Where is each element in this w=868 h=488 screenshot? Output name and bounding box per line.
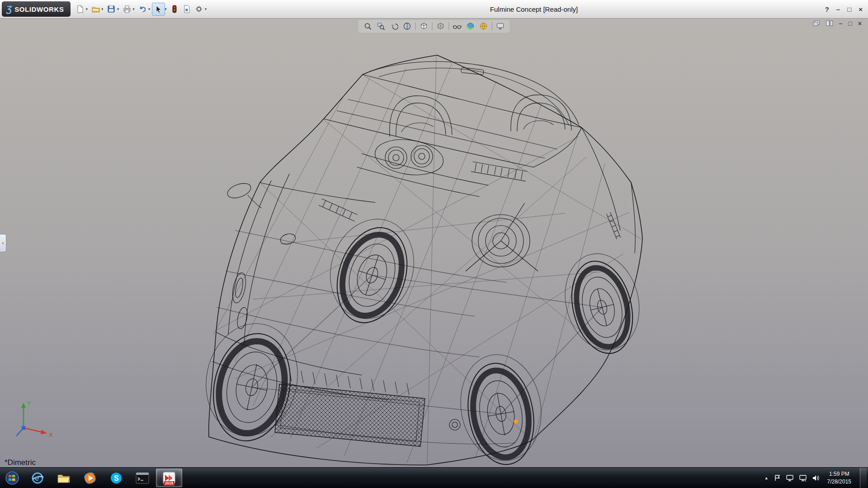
options-caret[interactable]: ▾: [205, 7, 207, 11]
svg-text:S: S: [114, 474, 119, 482]
wheel-rear-right: [563, 255, 642, 360]
undo-caret[interactable]: ▾: [148, 7, 151, 11]
options-gear-icon: [194, 5, 203, 14]
new-document-caret[interactable]: ▾: [86, 7, 88, 11]
reference-triad: Y X: [11, 396, 56, 441]
tile-windows-icon[interactable]: [826, 20, 833, 27]
open-caret[interactable]: ▾: [101, 7, 104, 11]
action-center-flag-icon[interactable]: [774, 474, 781, 482]
save-caret[interactable]: ▾: [117, 7, 119, 11]
solidworks-year-badge: 2015: [164, 481, 175, 486]
taskbar-command-prompt[interactable]: [130, 469, 155, 487]
triad-y-label: Y: [27, 400, 31, 407]
show-hidden-icons-button[interactable]: ▲: [764, 476, 769, 480]
view-orientation-cube-icon: [420, 22, 428, 30]
app-maximize-button[interactable]: □: [847, 5, 851, 13]
dassault-3ds-icon: Ʒ: [6, 4, 12, 14]
apply-scene-button[interactable]: [479, 21, 489, 31]
window-title: Fulmine Concept [Read-only]: [490, 0, 578, 18]
eyeglasses-icon: [453, 22, 462, 30]
rebuild-button[interactable]: [169, 3, 181, 15]
options-button[interactable]: [193, 3, 205, 15]
edit-appearance-ball-icon: [467, 22, 475, 30]
save-button[interactable]: [105, 3, 118, 15]
doc-close-button[interactable]: ×: [858, 20, 862, 27]
zoom-to-fit-button[interactable]: [363, 21, 373, 31]
feature-manager-collapsed-tab[interactable]: ‹: [0, 234, 6, 252]
undo-button[interactable]: [137, 3, 149, 15]
svg-text:e: e: [35, 474, 39, 483]
printer-icon: [123, 5, 132, 14]
menu-bar: Ʒ SOLIDWORKS ▾ ▾ ▾ ▾ ▾ ▾ ▾ Fulmine Conce…: [0, 0, 868, 19]
graphics-viewport[interactable]: – □ × ‹ Y X *Dimetric: [0, 18, 868, 468]
doc-restore-button[interactable]: □: [848, 20, 852, 27]
app-minimize-button[interactable]: –: [836, 5, 840, 13]
taskbar-internet-explorer[interactable]: e: [25, 469, 50, 487]
system-tray: ▲ 1:59 PM 7/28/2015: [764, 468, 868, 488]
view-orientation-button[interactable]: [419, 21, 429, 31]
toolbar-separator: [415, 22, 416, 30]
print-button[interactable]: [121, 3, 133, 15]
help-button[interactable]: ?: [825, 5, 829, 13]
app-close-button[interactable]: ×: [859, 5, 863, 13]
start-button[interactable]: [0, 468, 24, 488]
toolbar-separator: [432, 22, 433, 30]
view-orientation-label: *Dimetric: [5, 458, 36, 467]
select-cursor-icon: [155, 5, 163, 13]
apply-scene-globe-icon: [480, 22, 488, 30]
cascade-windows-icon[interactable]: [813, 20, 820, 27]
taskbar-solidworks[interactable]: 2015: [156, 469, 182, 487]
edit-appearance-button[interactable]: [466, 21, 476, 31]
previous-view-icon: [390, 22, 398, 30]
taskbar-clock[interactable]: 1:59 PM 7/28/2015: [827, 470, 851, 485]
skype-icon: S: [109, 471, 123, 485]
file-properties-icon: [182, 5, 191, 14]
heads-up-view-toolbar: [359, 20, 510, 33]
clock-date: 7/28/2015: [827, 478, 851, 485]
windows-taskbar: e S 2015 ▲: [0, 467, 868, 488]
show-desktop-button[interactable]: [860, 468, 867, 488]
display-style-button[interactable]: [436, 21, 446, 31]
toolbar-separator: [449, 22, 449, 30]
view-settings-button[interactable]: [495, 21, 505, 31]
new-document-button[interactable]: [74, 3, 86, 15]
clock-time: 1:59 PM: [827, 470, 851, 478]
previous-view-button[interactable]: [389, 21, 399, 31]
triad-x-label: X: [49, 432, 53, 438]
document-window-controls: – □ ×: [813, 20, 862, 27]
file-properties-button[interactable]: [181, 3, 193, 15]
device-icon[interactable]: [786, 474, 794, 482]
car-wireframe-model: [0, 18, 868, 468]
select-button[interactable]: [152, 3, 165, 16]
internet-explorer-icon: e: [31, 471, 44, 485]
taskbar-media-player[interactable]: [77, 469, 103, 487]
print-caret[interactable]: ▾: [132, 7, 135, 11]
wheel-rear-left: [326, 219, 419, 332]
display-style-icon: [437, 22, 445, 30]
save-floppy-icon: [107, 5, 116, 14]
view-settings-icon: [496, 22, 505, 30]
taskbar-skype[interactable]: S: [104, 469, 129, 487]
folder-icon: [57, 472, 71, 484]
hide-show-items-button[interactable]: [453, 21, 462, 31]
command-prompt-icon: [136, 472, 149, 484]
undo-arrow-icon: [138, 5, 147, 14]
windows-orb-icon: [5, 471, 19, 485]
origin-marker: [514, 420, 518, 424]
section-view-icon: [403, 22, 411, 30]
media-player-icon: [83, 471, 97, 485]
zoom-to-area-button[interactable]: [376, 21, 386, 31]
zoom-to-area-icon: [377, 22, 385, 30]
volume-icon[interactable]: [812, 474, 820, 482]
doc-minimize-button[interactable]: –: [839, 20, 843, 27]
solidworks-logo: Ʒ SOLIDWORKS: [2, 1, 71, 17]
zoom-to-fit-icon: [364, 22, 372, 30]
taskbar-windows-explorer[interactable]: [51, 469, 76, 487]
open-folder-icon: [91, 5, 100, 14]
open-button[interactable]: [90, 3, 102, 15]
network-icon[interactable]: [799, 474, 807, 482]
toolbar-separator: [492, 22, 492, 30]
solidworks-logo-text: SOLIDWORKS: [14, 5, 64, 13]
section-view-button[interactable]: [402, 21, 412, 31]
select-caret[interactable]: ▾: [165, 7, 167, 11]
